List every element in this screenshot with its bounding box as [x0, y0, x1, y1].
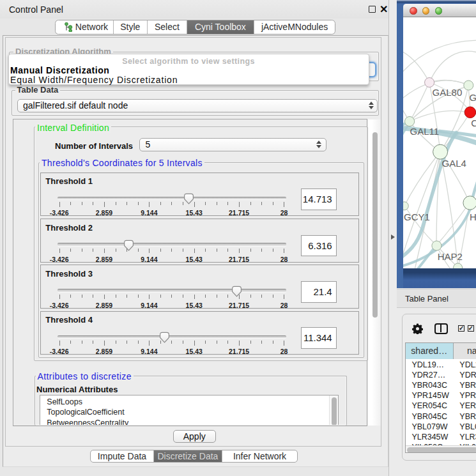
svg-text:GAL80: GAL80 [433, 87, 463, 98]
svg-text:C: C [472, 118, 476, 128]
svg-text:GA: GA [470, 92, 476, 103]
svg-text:GAL4: GAL4 [442, 158, 466, 169]
svg-text:HAP2: HAP2 [438, 251, 463, 262]
svg-text:GCY1: GCY1 [404, 211, 430, 222]
svg-text:HIS4: HIS4 [470, 211, 475, 222]
svg-text:GAL11: GAL11 [410, 126, 440, 137]
